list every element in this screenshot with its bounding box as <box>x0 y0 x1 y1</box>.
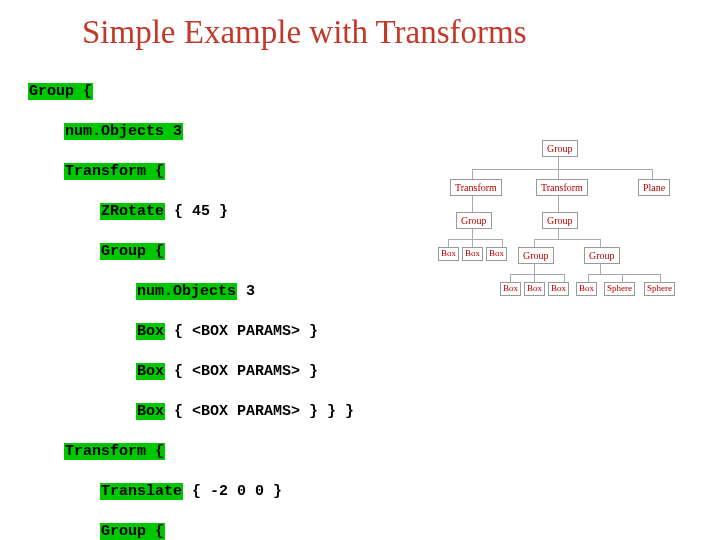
hl-keyword: num.Objects 3 <box>64 123 183 140</box>
diagram-edge <box>588 274 660 275</box>
diagram-edge <box>622 274 623 282</box>
code-line: ZRotate { 45 } <box>28 202 462 222</box>
diagram-edge <box>448 239 449 247</box>
diagram-edge <box>534 239 600 240</box>
code-line: num.Objects 3 <box>28 122 462 142</box>
diagram-node-box: Box <box>576 282 597 296</box>
diagram-edge <box>600 264 601 274</box>
slide-title: Simple Example with Transforms <box>82 14 527 51</box>
diagram-edge <box>510 274 511 282</box>
code-line: Box { <BOX PARAMS> } <box>28 322 462 342</box>
diagram-edge <box>502 239 503 247</box>
hl-keyword: Transform { <box>64 443 165 460</box>
diagram-node-box: Box <box>462 247 483 261</box>
code-line: Group { <box>28 82 462 102</box>
code-line: Box { <BOX PARAMS> } } } <box>28 402 462 422</box>
hl-keyword: Box <box>136 363 165 380</box>
diagram-edge <box>472 169 473 179</box>
hl-keyword: Translate <box>100 483 183 500</box>
hl-keyword: Box <box>136 403 165 420</box>
code-rest: { <BOX PARAMS> } <box>165 363 318 380</box>
diagram-edge <box>558 169 559 179</box>
hl-keyword: Group { <box>28 83 93 100</box>
diagram-node-group: Group <box>518 247 554 264</box>
diagram-node-box: Box <box>548 282 569 296</box>
diagram-edge <box>564 274 565 282</box>
hl-keyword: num.Objects <box>136 283 237 300</box>
diagram-edge <box>472 169 652 170</box>
diagram-edge <box>652 169 653 179</box>
diagram-node-transform: Transform <box>450 179 502 196</box>
hl-keyword: Transform { <box>64 163 165 180</box>
diagram-edge <box>660 274 661 282</box>
diagram-node-group: Group <box>542 140 578 157</box>
scene-graph-diagram: Group Transform Transform Plane Group Gr… <box>442 140 692 355</box>
diagram-edge <box>472 196 473 212</box>
code-line: Transform { <box>28 442 462 462</box>
diagram-edge <box>558 196 559 212</box>
code-block: Group { num.Objects 3 Transform { ZRotat… <box>28 62 462 540</box>
code-rest: { <BOX PARAMS> } <box>165 323 318 340</box>
code-line: Group { <box>28 242 462 262</box>
hl-keyword: Box <box>136 323 165 340</box>
code-line: Box { <BOX PARAMS> } <box>28 362 462 382</box>
diagram-node-transform: Transform <box>536 179 588 196</box>
diagram-node-plane: Plane <box>638 179 670 196</box>
diagram-node-box: Box <box>486 247 507 261</box>
diagram-node-sphere: Sphere <box>644 282 675 296</box>
code-line: Translate { -2 0 0 } <box>28 482 462 502</box>
diagram-edge <box>472 239 473 247</box>
code-rest: 3 <box>237 283 255 300</box>
diagram-edge <box>534 274 535 282</box>
code-line: num.Objects 3 <box>28 282 462 302</box>
hl-keyword: Group { <box>100 243 165 260</box>
diagram-edge <box>448 239 502 240</box>
diagram-node-box: Box <box>500 282 521 296</box>
diagram-node-box: Box <box>524 282 545 296</box>
code-rest: { 45 } <box>165 203 228 220</box>
diagram-node-group: Group <box>584 247 620 264</box>
code-rest: { <BOX PARAMS> } } } <box>165 403 354 420</box>
diagram-edge <box>588 274 589 282</box>
diagram-edge <box>600 239 601 247</box>
hl-keyword: Group { <box>100 523 165 540</box>
code-rest: { -2 0 0 } <box>183 483 282 500</box>
diagram-node-group: Group <box>456 212 492 229</box>
diagram-edge <box>510 274 564 275</box>
diagram-edge <box>558 157 559 169</box>
diagram-node-box: Box <box>438 247 459 261</box>
diagram-edge <box>472 229 473 239</box>
diagram-edge <box>534 239 535 247</box>
diagram-edge <box>558 229 559 239</box>
code-line: Transform { <box>28 162 462 182</box>
hl-keyword: ZRotate <box>100 203 165 220</box>
diagram-node-group: Group <box>542 212 578 229</box>
diagram-edge <box>534 264 535 274</box>
code-line: Group { <box>28 522 462 540</box>
diagram-node-sphere: Sphere <box>604 282 635 296</box>
